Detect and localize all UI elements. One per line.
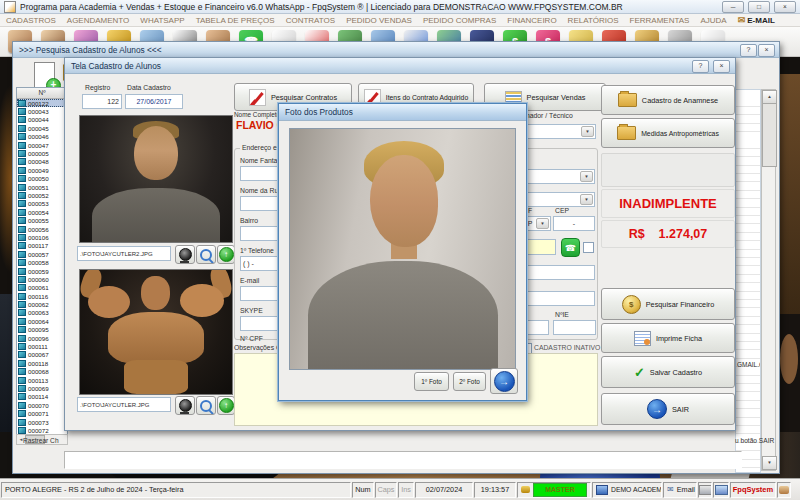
student-row-000050[interactable]: 000050 xyxy=(17,175,67,183)
student-row-000057[interactable]: 000057 xyxy=(17,250,67,258)
tela-titlebar[interactable]: Tela Cadastro de Alunos ? × xyxy=(65,58,735,74)
student-row-000054[interactable]: 000054 xyxy=(17,208,67,216)
student-row-icon xyxy=(18,167,26,174)
foto-dialog-titlebar[interactable]: Foto dos Produtos xyxy=(279,104,526,121)
student-row-000069[interactable]: 000069 xyxy=(17,384,67,392)
menu-item-ajuda[interactable]: AJUDA xyxy=(700,16,726,25)
pesquisa-close-button[interactable]: × xyxy=(758,44,775,57)
menu-item-cadastros[interactable]: CADASTROS xyxy=(6,16,56,25)
foto-next-button[interactable] xyxy=(490,368,518,394)
student-row-000043[interactable]: 000043 xyxy=(17,107,67,115)
pesquisar-financeiro-button[interactable]: Pesquisar Financeiro xyxy=(601,288,735,320)
photo1-zoom-button[interactable] xyxy=(196,245,216,264)
student-row-000045[interactable]: 000045 xyxy=(17,124,67,132)
vscroll-down-arrow[interactable]: ▼ xyxy=(762,456,777,470)
student-row-000064[interactable]: 000064 xyxy=(17,317,67,325)
student-row-000063[interactable]: 000063 xyxy=(17,309,67,317)
student-row-000056[interactable]: 000056 xyxy=(17,225,67,233)
cep-field[interactable]: - xyxy=(553,216,595,231)
pesquisa-help-button[interactable]: ? xyxy=(740,44,757,57)
student-row-000051[interactable]: 000051 xyxy=(17,183,67,191)
photo2-webcam-button[interactable] xyxy=(175,396,195,415)
student-row-000071[interactable]: 000071 xyxy=(17,409,67,417)
menu-item-agendamento[interactable]: AGENDAMENTO xyxy=(67,16,130,25)
student-row-000060[interactable]: 000060 xyxy=(17,275,67,283)
statusbar-printer-segment[interactable] xyxy=(698,482,712,498)
maximize-button[interactable]: □ xyxy=(748,1,770,13)
minimize-button[interactable]: ─ xyxy=(722,1,744,13)
student-row-000114[interactable]: 000114 xyxy=(17,393,67,401)
foto1-button[interactable]: 1º Foto xyxy=(414,372,449,391)
menu-item-tabela-de-pre-os[interactable]: TABELA DE PREÇOS xyxy=(196,16,275,25)
student-row-000005[interactable]: 000005 xyxy=(17,149,67,157)
photo1-webcam-button[interactable] xyxy=(175,245,195,264)
student-row-000067[interactable]: 000067 xyxy=(17,351,67,359)
student-row-000046[interactable]: 000046 xyxy=(17,133,67,141)
statusbar-network-segment[interactable] xyxy=(713,482,729,498)
student-row-000113[interactable]: 000113 xyxy=(17,376,67,384)
photo1-load-button[interactable] xyxy=(217,245,235,264)
student-row-000059[interactable]: 000059 xyxy=(17,267,67,275)
student-row-000055[interactable]: 000055 xyxy=(17,216,67,224)
close-button[interactable]: × xyxy=(774,1,796,13)
whatsapp-icon[interactable] xyxy=(561,238,580,257)
medidas-antropometricas-button[interactable]: Medidas Antropométricas xyxy=(601,118,735,148)
student-row-000070[interactable]: 000070 xyxy=(17,401,67,409)
student-row-icon xyxy=(18,343,26,350)
photo2-zoom-button[interactable] xyxy=(196,396,216,415)
student-row-000095[interactable]: 000095 xyxy=(17,326,67,334)
student-row-000106[interactable]: 000106 xyxy=(17,233,67,241)
student-list[interactable]: Nº 0001220000430000440000450000460000470… xyxy=(16,87,68,436)
menu-item-relat-rios[interactable]: RELATÓRIOS xyxy=(568,16,619,25)
menu-item-ferramentas[interactable]: FERRAMENTAS xyxy=(630,16,690,25)
grid-vscrollbar[interactable]: ▲ ▼ xyxy=(761,89,776,471)
student-row-000117[interactable]: 000117 xyxy=(17,242,67,250)
menu-item-pedido-vendas[interactable]: PEDIDO VENDAS xyxy=(346,16,412,25)
vscroll-thumb[interactable] xyxy=(762,103,777,167)
sair-button[interactable]: SAIR xyxy=(601,393,735,425)
tela-help-button[interactable]: ? xyxy=(692,60,709,73)
student-row-000049[interactable]: 000049 xyxy=(17,166,67,174)
student-row-000118[interactable]: 000118 xyxy=(17,359,67,367)
photo2-path-field[interactable]: .\FOTO\JAYCUTLER.JPG xyxy=(77,397,171,412)
student-row-000053[interactable]: 000053 xyxy=(17,200,67,208)
student-row-000052[interactable]: 000052 xyxy=(17,191,67,199)
cadastro-inativo-label: CADASTRO INATIVO xyxy=(534,344,600,351)
menu-item-contratos[interactable]: CONTRATOS xyxy=(286,16,335,25)
student-row-000048[interactable]: 000048 xyxy=(17,158,67,166)
tela-close-button[interactable]: × xyxy=(713,60,730,73)
vscroll-up-arrow[interactable]: ▲ xyxy=(762,90,777,104)
menu-item-email[interactable]: ✉ E-MAIL xyxy=(738,15,775,25)
student-row-000116[interactable]: 000116 xyxy=(17,292,67,300)
student-row-000073[interactable]: 000073 xyxy=(17,418,67,426)
whatsapp-checkbox[interactable] xyxy=(583,242,594,253)
student-row-000062[interactable]: 000062 xyxy=(17,300,67,308)
statusbar-email-segment[interactable]: ✉ Email xyxy=(663,482,697,498)
student-row-000058[interactable]: 000058 xyxy=(17,258,67,266)
cadastro-anamnese-button[interactable]: Cadastro de Anamnese xyxy=(601,85,735,115)
student-row-000044[interactable]: 000044 xyxy=(17,116,67,124)
foto2-button[interactable]: 2º Foto xyxy=(453,372,486,391)
salvar-cadastro-button[interactable]: Salvar Cadastro xyxy=(601,356,735,388)
student-row-000068[interactable]: 000068 xyxy=(17,368,67,376)
student-row-000047[interactable]: 000047 xyxy=(17,141,67,149)
photo2-load-button[interactable] xyxy=(217,396,235,415)
nie-field[interactable] xyxy=(553,320,596,335)
photo1-path-field[interactable]: .\FOTO\JAYCUTLER2.JPG xyxy=(77,246,171,261)
imprime-ficha-button[interactable]: Imprime Ficha xyxy=(601,323,735,353)
menu-item-financeiro[interactable]: FINANCEIRO xyxy=(507,16,556,25)
menu-item-pedido-compras[interactable]: PEDIDO COMPRAS xyxy=(423,16,496,25)
new-record-icon[interactable] xyxy=(34,62,55,89)
statusbar-users-segment[interactable] xyxy=(777,482,791,498)
student-row-000122[interactable]: 000122 xyxy=(17,99,67,107)
data-cadastro-field[interactable]: 27/06/2017 xyxy=(125,94,183,109)
student-row-000096[interactable]: 000096 xyxy=(17,334,67,342)
app-titlebar[interactable]: Programa para Academia + Vendas + Estoqu… xyxy=(0,0,800,14)
menu-item-whatsapp[interactable]: WHATSAPP xyxy=(140,16,184,25)
data-cadastro-label: Data Cadastro xyxy=(127,84,171,91)
pesquisa-titlebar[interactable]: >>> Pesquisa Cadastro de Alunos <<< ? × xyxy=(13,42,779,58)
student-row-000061[interactable]: 000061 xyxy=(17,284,67,292)
registro-field[interactable]: 122 xyxy=(82,94,122,109)
printer-icon xyxy=(699,485,712,495)
student-row-000111[interactable]: 000111 xyxy=(17,342,67,350)
